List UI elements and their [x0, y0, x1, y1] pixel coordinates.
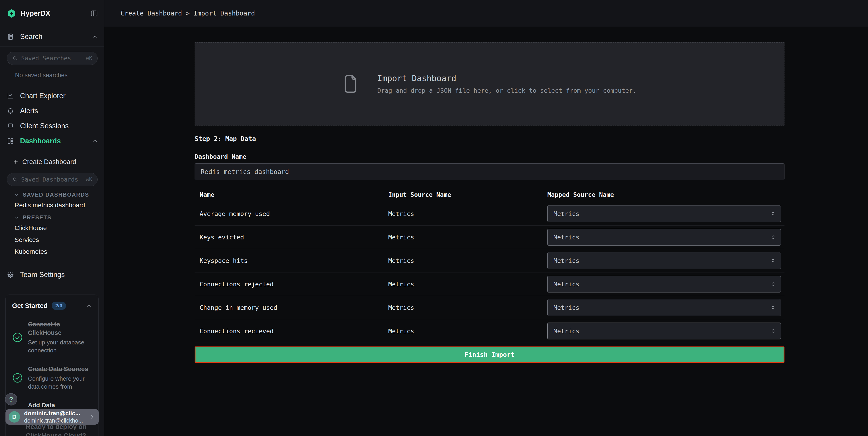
saved-searches-searchbox: ⌘K [7, 52, 98, 65]
chevron-down-icon [14, 215, 19, 220]
user-account-card[interactable]: D dominic.tran@clic... dominic.tran@clic… [5, 409, 99, 425]
sidebar-item-label: Search [20, 33, 42, 41]
get-started-title: Get Started [12, 302, 48, 310]
panel-toggle-icon [90, 9, 98, 17]
brand-row: HyperDX [0, 0, 104, 18]
sidebar-item-dashboards[interactable]: Dashboards [0, 135, 104, 148]
mapped-source-select[interactable]: Metrics [547, 205, 781, 222]
breadcrumb: Create Dashboard > Import Dashboard [121, 9, 255, 17]
column-header-input-source: Input Source Name [388, 191, 547, 198]
selector-chevrons-icon [770, 257, 776, 264]
table-row: Change in memory used Metrics Metrics [194, 296, 784, 319]
finish-import-label: Finish Import [465, 351, 514, 358]
collapse-sidebar-button[interactable] [90, 9, 98, 17]
create-dashboard-button[interactable]: Create Dashboard [0, 155, 104, 168]
saved-dashboards-searchbox: ⌘K [7, 173, 98, 186]
column-header-name: Name [194, 191, 388, 198]
user-name: dominic.tran@clic... [24, 410, 83, 417]
dropzone-title: Import Dashboard [377, 74, 636, 83]
input-source-cell: Metrics [388, 234, 547, 241]
chevron-down-icon [14, 192, 19, 197]
mapped-source-select[interactable]: Metrics [547, 323, 781, 340]
mapped-source-select[interactable]: Metrics [547, 229, 781, 245]
get-started-card: Get Started 2/3 Connect to ClickHouse Se… [5, 294, 98, 414]
preset-item-services[interactable]: Services [14, 236, 104, 243]
mapped-source-value: Metrics [554, 304, 580, 311]
chart-name-cell: Connections rejected [194, 281, 388, 288]
plus-icon [13, 159, 19, 165]
file-icon [343, 75, 357, 93]
search-icon [12, 55, 18, 61]
bell-icon [7, 107, 14, 115]
saved-dashboards-shortcut: ⌘K [86, 176, 92, 183]
chart-name-cell: Keyspace hits [194, 257, 388, 264]
dashboard-name-label: Dashboard Name [194, 153, 784, 160]
chevron-up-icon [86, 303, 92, 309]
sidebar-divider [0, 151, 104, 151]
sidebar-item-chart-explorer[interactable]: Chart Explorer [0, 89, 104, 103]
search-journal-icon [7, 33, 14, 40]
sidebar-item-label: Dashboards [20, 137, 61, 145]
saved-searches-input[interactable] [21, 55, 83, 62]
question-mark-icon: ? [9, 396, 13, 403]
sidebar-item-alerts[interactable]: Alerts [0, 104, 104, 118]
chevron-up-icon [92, 138, 98, 144]
teaser-line-2: ClickHouse Cloud? [26, 431, 98, 436]
chart-name-cell: Change in memory used [194, 304, 388, 311]
saved-searches-shortcut: ⌘K [86, 55, 92, 61]
sidebar-item-client-sessions[interactable]: Client Sessions [0, 119, 104, 133]
check-circle-icon [12, 332, 23, 343]
step-heading: Step 2: Map Data [194, 135, 784, 143]
get-started-item-connect[interactable]: Connect to ClickHouse Set up your databa… [12, 320, 92, 354]
table-row: Connections recieved Metrics Metrics [194, 319, 784, 343]
presets-section-label: PRESETS [23, 214, 52, 221]
sidebar-item-team-settings[interactable]: Team Settings [0, 268, 104, 281]
avatar: D [9, 411, 20, 423]
dropzone-subtitle: Drag and drop a JSON file here, or click… [377, 87, 636, 94]
get-started-progress-badge: 2/3 [52, 301, 66, 310]
help-button[interactable]: ? [5, 393, 17, 405]
table-row: Keyspace hits Metrics Metrics [194, 249, 784, 272]
preset-item-clickhouse[interactable]: ClickHouse [14, 224, 104, 232]
chart-name-cell: Connections recieved [194, 327, 388, 335]
mapped-source-value: Metrics [554, 210, 580, 217]
mapped-source-value: Metrics [554, 234, 580, 241]
sidebar-item-search[interactable]: Search [0, 30, 104, 43]
saved-dashboards-section-label: SAVED DASHBOARDS [23, 192, 89, 198]
mapped-source-value: Metrics [554, 281, 580, 288]
get-started-item-sources[interactable]: Create Data Sources Configure where your… [12, 365, 92, 391]
chevron-up-icon [92, 34, 98, 40]
input-source-cell: Metrics [388, 304, 547, 311]
finish-import-button[interactable]: Finish Import [194, 347, 784, 363]
table-row: Average memory used Metrics Metrics [194, 202, 784, 226]
hyperdx-logo-link[interactable]: HyperDX [7, 9, 50, 18]
table-row: Keys evicted Metrics Metrics [194, 226, 784, 249]
input-source-cell: Metrics [388, 210, 547, 217]
sidebar-item-label: Chart Explorer [20, 92, 66, 100]
table-row: Connections rejected Metrics Metrics [194, 272, 784, 296]
get-started-item-title: Create Data Sources [28, 365, 90, 373]
mapped-source-select[interactable]: Metrics [547, 252, 781, 269]
saved-dashboards-input[interactable] [21, 176, 83, 183]
input-source-cell: Metrics [388, 327, 547, 335]
no-saved-searches-note: No saved searches [15, 72, 104, 79]
get-started-header[interactable]: Get Started 2/3 [12, 301, 92, 310]
selector-chevrons-icon [770, 304, 776, 311]
mapped-source-select[interactable]: Metrics [547, 299, 781, 316]
column-header-mapped-source: Mapped Source Name [547, 191, 784, 198]
dashboard-name-input[interactable] [194, 163, 784, 180]
json-file-dropzone[interactable]: Import Dashboard Drag and drop a JSON fi… [194, 42, 784, 125]
dashboards-grid-icon [7, 137, 14, 145]
sidebar-item-label: Client Sessions [20, 122, 69, 130]
mapped-source-select[interactable]: Metrics [547, 275, 781, 292]
check-circle-icon [12, 373, 23, 383]
saved-dashboard-item[interactable]: Redis metrics dashboard [14, 202, 104, 209]
selector-chevrons-icon [770, 327, 776, 335]
chevron-right-icon [89, 414, 95, 420]
presets-section-toggle[interactable]: PRESETS [14, 214, 104, 221]
preset-item-kubernetes[interactable]: Kubernetes [14, 248, 104, 255]
selector-chevrons-icon [770, 233, 776, 241]
mapping-table: Name Input Source Name Mapped Source Nam… [194, 187, 784, 343]
saved-dashboards-section-toggle[interactable]: SAVED DASHBOARDS [14, 192, 104, 198]
gear-icon [7, 271, 14, 279]
